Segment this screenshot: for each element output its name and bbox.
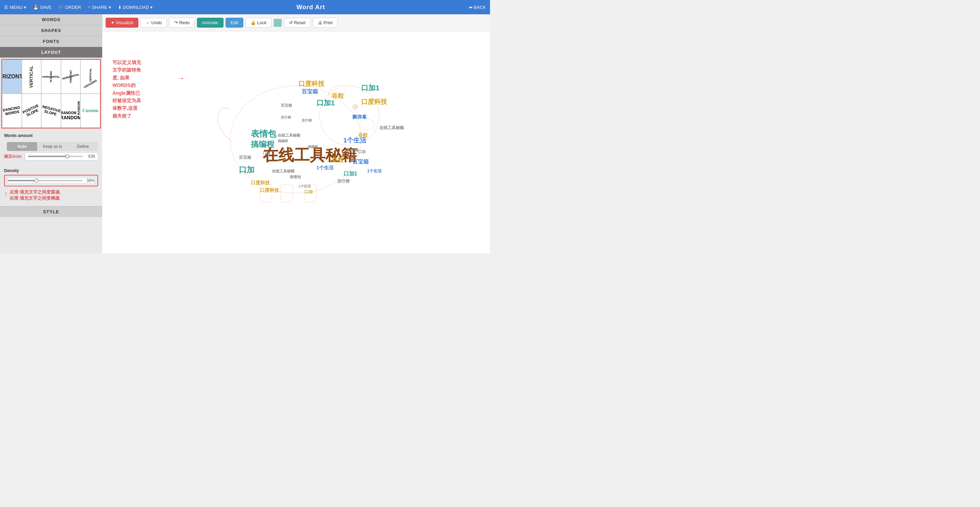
reset-button[interactable]: ↺ Reset xyxy=(284,18,311,28)
density-section: Density 38% ↑ 左滑 填充文字之间变紧凑, 右滑 填充文字之间变 xyxy=(0,164,102,205)
random-label-big: RANDOM xyxy=(61,115,81,120)
menu-chevron-icon: ▾ xyxy=(24,5,26,10)
density-value: 38% xyxy=(84,178,95,183)
save-button[interactable]: 💾 SAVE xyxy=(33,5,51,10)
negative-slope-container: NEGATIVESLOPE xyxy=(41,104,61,117)
shapes-section-header[interactable]: SHAPES xyxy=(0,25,102,36)
crossing-hv-vert: CROSSING xyxy=(70,63,72,90)
lock-button[interactable]: 🔒 Lock xyxy=(245,18,272,28)
word-koujia5: 口加 xyxy=(263,151,270,155)
word-qiliaobang2: 弃疗榜 xyxy=(337,179,350,184)
density-annotation-text: 左滑 填充文字之间变紧凑, 右滑 填充文字之间变稀疏 xyxy=(10,189,60,201)
color-swatch[interactable] xyxy=(274,19,282,27)
horizontal-label: HORIZONTAL xyxy=(2,74,22,80)
density-slider-container: 38% xyxy=(8,178,95,183)
random-label-vert: RANDOM xyxy=(77,101,80,115)
density-up-arrow: ↑ xyxy=(4,191,8,197)
layout-vertical[interactable]: VERTICAL xyxy=(22,60,41,94)
word-qiliaobang1: 弃疗榜 xyxy=(346,148,359,153)
svg-rect-5 xyxy=(260,184,272,202)
word-baobao4: 百宝箱 xyxy=(239,155,251,160)
svg-point-3 xyxy=(352,104,358,110)
word-zx3: 在线工具秘籍 xyxy=(379,126,404,130)
share-button[interactable]: ⑂ SHARE ▾ xyxy=(88,5,111,10)
layout-horizontal[interactable]: HORIZONTAL xyxy=(2,60,22,94)
word-zx1: 在线工具秘籍 xyxy=(277,133,300,137)
menu-button[interactable]: ☰ MENU ▾ xyxy=(4,5,26,10)
word-zx2: 在线工具秘籍 xyxy=(272,169,294,173)
density-thumb[interactable] xyxy=(34,178,38,183)
density-label: Density xyxy=(4,168,19,173)
auto-button[interactable]: Auto xyxy=(7,142,37,151)
layout-section-header: LAYOUT xyxy=(0,47,102,57)
style-section-header[interactable]: STYLE xyxy=(0,206,102,217)
app-title: Word Art xyxy=(159,4,462,11)
word-gbc2: 搞编程 xyxy=(307,145,318,149)
print-button[interactable]: 🖨 Print xyxy=(313,18,338,28)
download-chevron-icon: ▾ xyxy=(150,5,153,10)
crossing-hv-container: HORIZONTAL CROSSING xyxy=(61,63,80,90)
density-box: 38% xyxy=(4,175,98,186)
word-dukejize3: 口度科技 xyxy=(251,180,270,185)
download-icon: ⬇ xyxy=(118,5,122,10)
layout-crossing-h[interactable]: HORIZONTAL VERTICAL xyxy=(41,60,61,94)
word-baobao3: 百宝箱 xyxy=(281,103,292,107)
word-dukejize: 口度科技 xyxy=(299,80,325,87)
random-label-top: RANDOM xyxy=(61,111,76,115)
density-fill xyxy=(8,180,36,181)
redo-button[interactable]: ↷ Redo xyxy=(169,18,195,28)
main-layout: WORDS SHAPES FONTS LAYOUT HORIZONTAL VER… xyxy=(0,14,490,253)
word-biaoqingbao2: 表情包 xyxy=(290,175,301,179)
layout-random[interactable]: RANDOM RANDOM RANDOM xyxy=(61,94,81,128)
download-button[interactable]: ⬇ DOWNLOAD ▾ xyxy=(118,5,153,10)
keep-as-is-button[interactable]: Keep as is xyxy=(37,142,67,151)
layout-custom[interactable]: Custom xyxy=(80,94,100,128)
layout-crossing-hv[interactable]: HORIZONTAL CROSSING xyxy=(61,60,81,94)
top-nav: ☰ MENU ▾ 💾 SAVE 🛒 ORDER ⑂ SHARE ▾ ⬇ DOWN… xyxy=(0,0,490,14)
word-guli3: 谷粒 xyxy=(331,156,344,163)
words-amount-section: Words amount → Auto Keep as is Define 建议… xyxy=(0,130,102,164)
menu-icon: ☰ xyxy=(4,5,8,10)
edit-button[interactable]: Edit xyxy=(226,18,243,28)
positive-slope-label: POSITIVESLOPE xyxy=(22,103,41,118)
words-amount-arrow: → xyxy=(14,146,20,152)
words-amount-label: Words amount xyxy=(4,133,33,138)
canvas-area[interactable]: 可以定义填充 文字的旋转角 度, 如果 WORDS的 Angle属性已 经被设定… xyxy=(102,31,490,253)
right-panel: ✦ Visualize ← Undo ↷ Redo Animate Edit 🔒… xyxy=(102,14,490,253)
negative-slope-label: NEGATIVESLOPE xyxy=(41,104,61,117)
cart-icon: 🛒 xyxy=(58,5,64,10)
word-biaoqingbao: 表情包 xyxy=(251,129,277,138)
word-qiliaobang3: 弃疗榜 xyxy=(281,115,291,119)
visualize-button[interactable]: ✦ Visualize xyxy=(106,18,138,28)
words-section-header[interactable]: WORDS xyxy=(0,14,102,25)
back-button[interactable]: ⬅ BACK xyxy=(469,5,486,10)
order-button[interactable]: 🛒 ORDER xyxy=(58,5,81,10)
canvas-annotation: 可以定义填充 文字的旋转角 度, 如果 WORDS的 Angle属性已 经被设定… xyxy=(113,59,141,119)
words-amount-slider-container: 638 xyxy=(25,152,98,161)
word-baobao: 百宝箱 xyxy=(302,88,318,94)
layout-crossing-v[interactable]: VERTICAL CROSSING xyxy=(80,60,100,94)
save-icon: 💾 xyxy=(33,5,38,10)
animate-button[interactable]: Animate xyxy=(197,18,224,28)
positive-slope-container: POSITIVESLOPE xyxy=(22,103,41,118)
density-track xyxy=(8,180,83,181)
word-gbc: 搞编程 xyxy=(277,139,288,143)
crossing-v-vert: VERTICAL xyxy=(89,68,92,82)
word-shenghuoyige3: 1个生活 xyxy=(299,184,311,188)
crossing-h-container: HORIZONTAL VERTICAL xyxy=(41,63,60,90)
vertical-label: VERTICAL xyxy=(29,66,34,88)
words-amount-annotation: 建议Auto xyxy=(4,154,21,159)
dancing-container: DANCINGWORDS xyxy=(2,105,21,116)
word-qiliaobang4: 弃疗榜 xyxy=(302,118,312,122)
words-amount-thumb[interactable] xyxy=(65,154,70,159)
toolbar: ✦ Visualize ← Undo ↷ Redo Animate Edit 🔒… xyxy=(102,14,490,31)
fonts-section-header[interactable]: FONTS xyxy=(0,36,102,47)
layout-negative-slope[interactable]: NEGATIVESLOPE xyxy=(41,94,61,128)
define-button[interactable]: Define xyxy=(68,142,98,151)
layout-positive-slope[interactable]: POSITIVESLOPE xyxy=(22,94,41,128)
layout-dancing[interactable]: DANCINGWORDS xyxy=(2,94,22,128)
word-shenghuoyige: 1个生活 xyxy=(344,137,367,144)
word-shenghuoyige4: 1个生活 xyxy=(368,168,382,173)
undo-button[interactable]: ← Undo xyxy=(140,18,167,28)
word-koujia2: 口加1 xyxy=(361,84,380,92)
